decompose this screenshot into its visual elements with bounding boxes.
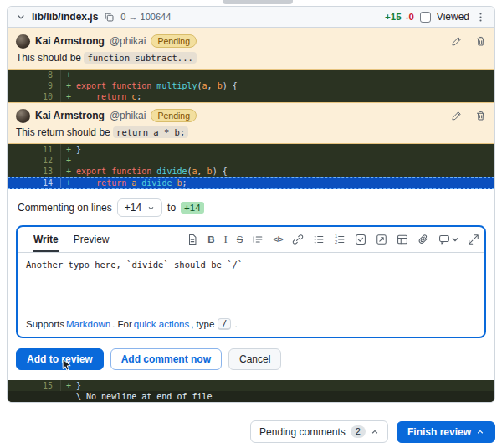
review-footer: Pending comments 2 Finish review (250, 420, 495, 443)
pending-badge: Pending (151, 109, 197, 122)
diff-line-10[interactable]: 10+ return c; (8, 91, 494, 102)
line-from-select[interactable]: +14 (117, 198, 162, 217)
file-mode-change: 0 → 100644 (120, 12, 171, 22)
delete-comment-icon[interactable] (475, 36, 486, 47)
diff-sign: + (61, 178, 76, 188)
italic-icon[interactable]: I (223, 233, 227, 246)
copy-path-icon[interactable] (104, 12, 115, 23)
diff-line-11[interactable]: 11+} (8, 144, 494, 155)
pending-badge: Pending (151, 34, 197, 48)
add-comment-now-button[interactable]: Add comment now (110, 348, 222, 370)
code-content: \ No newline at end of file (76, 391, 213, 402)
cancel-button[interactable]: Cancel (228, 348, 281, 370)
diff-sign: + (61, 144, 76, 155)
chevron-up-icon (476, 428, 484, 436)
comment-handle[interactable]: @phikai (110, 35, 146, 47)
finish-review-button[interactable]: Finish review (397, 421, 495, 443)
code-content: } (76, 144, 81, 155)
bold-icon[interactable]: B (207, 234, 214, 245)
additions-count: +15 (385, 12, 402, 22)
line-number[interactable]: 13 (8, 166, 61, 177)
editor-footer: Supports Markdown. For quick actions, ty… (18, 313, 484, 337)
comment-handle[interactable]: @phikai (110, 110, 146, 121)
diff-line-9[interactable]: 9+export function multiply(a, b) { (8, 80, 494, 91)
tab-write[interactable]: Write (26, 228, 66, 252)
edit-comment-icon[interactable] (451, 36, 462, 47)
file-header: lib/lib/index.js 0 → 100644 +15 -0 Viewe… (8, 7, 494, 28)
commenting-on-lines-row: Commenting on lines +14 to +14 (18, 198, 486, 217)
quick-actions-link[interactable]: quick actions (134, 319, 189, 329)
code-content: export function multiply(a, b) { (76, 80, 238, 91)
line-number[interactable]: 10 (8, 91, 61, 102)
line-number[interactable] (8, 391, 61, 402)
diff-sign (61, 391, 76, 402)
delete-comment-icon[interactable] (475, 111, 486, 121)
list-unordered-icon[interactable] (313, 234, 325, 245)
edit-comment-icon[interactable] (451, 111, 462, 121)
diff-block-divide: 11+}12+13+export function divide(a, b) {… (8, 144, 494, 189)
diff-line-15[interactable]: 15+} (8, 380, 494, 391)
file-icon[interactable] (187, 234, 198, 245)
tasklist-icon[interactable] (355, 234, 366, 245)
inline-comment-form: Commenting on lines +14 to +14 Write Pre… (8, 189, 494, 380)
form-actions: Add to review Add comment now Cancel (16, 348, 486, 370)
comment-body: This return should be return a * b; (16, 126, 486, 138)
link-icon[interactable] (292, 234, 304, 245)
avatar[interactable] (16, 109, 30, 123)
table-icon[interactable] (397, 234, 408, 245)
code-content: return a divide b; (76, 178, 187, 188)
comment-author[interactable]: Kai Armstrong (35, 110, 105, 121)
quote-icon[interactable] (252, 234, 264, 245)
pending-comment-1: Kai Armstrong @phikai Pending This shoul… (8, 28, 494, 70)
line-number[interactable]: 11 (8, 144, 61, 155)
code-content: export function divide(a, b) { (76, 166, 228, 177)
avatar[interactable] (16, 34, 30, 49)
comment-body: This should be function subtract... (16, 52, 486, 64)
paperclip-icon[interactable] (417, 234, 429, 245)
code-icon[interactable]: </> (273, 235, 283, 244)
inline-code: function subtract... (84, 52, 196, 64)
commenting-label: Commenting on lines (18, 202, 112, 214)
markdown-link[interactable]: Markdown (66, 319, 110, 329)
diff-block-end: 15+}\ No newline at end of file (8, 380, 494, 402)
diff-sign: + (61, 166, 76, 177)
cross-reference-icon[interactable] (376, 234, 387, 245)
chevron-up-icon (371, 428, 379, 436)
line-number[interactable]: 14 (8, 178, 61, 188)
scrollbar-thumb[interactable] (223, 0, 293, 4)
comment-textarea[interactable]: Another typo here, `divide` should be `/… (18, 253, 484, 313)
line-number[interactable]: 8 (8, 70, 61, 80)
svg-text:2: 2 (335, 239, 337, 245)
diff-line-13[interactable]: 13+export function divide(a, b) { (8, 166, 494, 177)
diff-line-no-newline[interactable]: \ No newline at end of file (8, 391, 494, 402)
line-number[interactable]: 12 (8, 155, 61, 166)
code-content: return c; (76, 91, 141, 102)
diff-line-12[interactable]: 12+ (8, 155, 494, 166)
fullscreen-icon[interactable] (468, 234, 479, 245)
line-number[interactable]: 15 (8, 380, 61, 391)
collapse-chevron-icon[interactable] (16, 12, 26, 22)
diff-sign: + (61, 80, 76, 91)
add-to-review-button[interactable]: Add to review (16, 348, 104, 370)
strikethrough-icon[interactable]: S (237, 234, 243, 245)
editor-tabbar: Write Preview BIS</>12 (18, 227, 484, 253)
file-path[interactable]: lib/lib/index.js (32, 11, 98, 23)
viewed-label[interactable]: Viewed (437, 11, 469, 23)
saved-reply-icon[interactable] (438, 234, 458, 245)
svg-text:1: 1 (335, 234, 337, 239)
list-ordered-icon[interactable]: 12 (334, 234, 346, 245)
slash-kbd: / (218, 318, 231, 330)
kebab-menu-icon[interactable] (475, 12, 486, 23)
deletions-count: -0 (406, 12, 414, 22)
file-diff-card: lib/lib/index.js 0 → 100644 +15 -0 Viewe… (7, 6, 495, 403)
tab-preview[interactable]: Preview (66, 228, 117, 252)
viewed-checkbox[interactable] (420, 12, 431, 23)
pending-comments-button[interactable]: Pending comments 2 (250, 420, 388, 443)
line-number[interactable]: 9 (8, 80, 61, 91)
pending-comment-2: Kai Armstrong @phikai Pending This retur… (8, 102, 494, 144)
comment-author[interactable]: Kai Armstrong (35, 35, 105, 47)
diff-sign: + (61, 155, 76, 166)
markdown-toolbar: BIS</>12 (187, 233, 479, 246)
diff-line-14[interactable]: 14+ return a divide b; (8, 177, 494, 189)
diff-line-8[interactable]: 8+ (8, 70, 494, 80)
